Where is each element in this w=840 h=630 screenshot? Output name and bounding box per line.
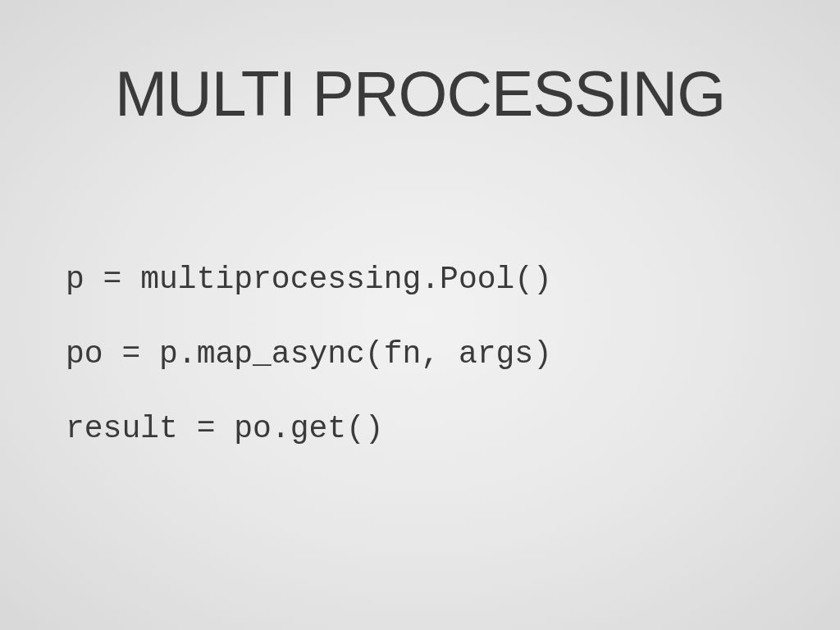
code-line-1: p = multiprocessing.Pool(): [66, 262, 799, 297]
slide-title: MULTI PROCESSING: [41, 57, 799, 130]
code-block: p = multiprocessing.Pool() po = p.map_as…: [41, 262, 799, 446]
code-line-3: result = po.get(): [66, 411, 799, 446]
slide-container: MULTI PROCESSING p = multiprocessing.Poo…: [0, 0, 840, 630]
code-line-2: po = p.map_async(fn, args): [66, 336, 799, 372]
